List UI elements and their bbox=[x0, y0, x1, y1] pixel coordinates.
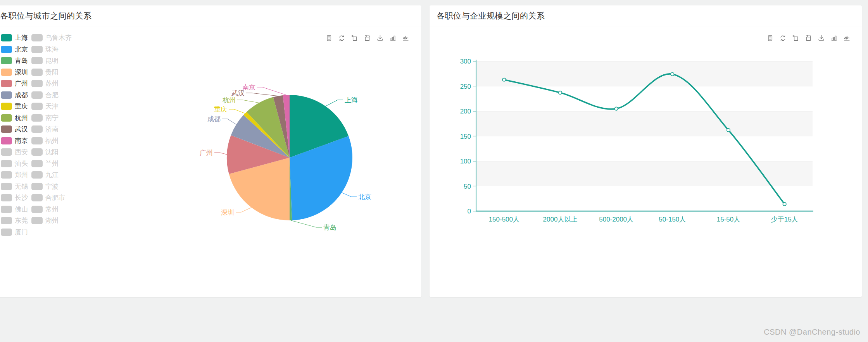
y-axis-label: 200 bbox=[460, 108, 471, 115]
data-point-4[interactable] bbox=[727, 129, 730, 132]
split-band bbox=[476, 111, 813, 136]
data-point-5[interactable] bbox=[783, 203, 786, 206]
pie-label-深圳: 深圳 bbox=[221, 209, 234, 216]
line-chart: 050100150200250300150-500人2000人以上500-200… bbox=[430, 5, 862, 297]
pie-label-南京: 南京 bbox=[242, 84, 255, 91]
y-axis-label: 50 bbox=[464, 183, 471, 190]
pie-label-line bbox=[257, 87, 286, 95]
line-chart-panel: 各职位与企业规模之间的关系 050100150200250300150-500人… bbox=[430, 5, 862, 297]
y-axis-label: 150 bbox=[460, 133, 471, 140]
y-axis-label: 100 bbox=[460, 158, 471, 165]
pie-label-上海: 上海 bbox=[345, 96, 358, 104]
pie-label-line bbox=[246, 93, 278, 96]
data-point-1[interactable] bbox=[559, 91, 562, 94]
x-axis-label-4: 15-50人 bbox=[717, 216, 740, 223]
x-axis-label-1: 2000人以上 bbox=[543, 216, 578, 223]
pie-chart: 上海北京青岛深圳广州成都重庆杭州武汉南京 bbox=[0, 5, 421, 297]
data-point-2[interactable] bbox=[614, 107, 618, 110]
y-axis-label: 250 bbox=[460, 83, 471, 90]
data-point-3[interactable] bbox=[671, 72, 674, 76]
pie-label-杭州: 杭州 bbox=[223, 96, 236, 104]
pie-label-line bbox=[237, 100, 259, 103]
pie-label-青岛: 青岛 bbox=[323, 224, 337, 231]
pie-label-line bbox=[214, 153, 227, 155]
pie-label-line bbox=[229, 109, 245, 113]
pie-label-重庆: 重庆 bbox=[214, 106, 227, 113]
pie-label-line bbox=[342, 192, 357, 197]
pie-chart-panel: 各职位与城市之间的关系 上海乌鲁木齐北京珠海青岛昆明深圳贵阳广州苏州成都合肥重庆… bbox=[0, 5, 421, 297]
split-band bbox=[476, 61, 813, 86]
pie-label-line bbox=[222, 119, 236, 125]
watermark: CSDN @DanCheng-studio bbox=[764, 328, 860, 337]
y-axis-label: 0 bbox=[468, 208, 471, 215]
pie-label-line bbox=[326, 100, 343, 106]
pie-label-line bbox=[236, 208, 252, 212]
pie-label-成都: 成都 bbox=[207, 115, 221, 123]
pie-label-广州: 广州 bbox=[200, 149, 213, 156]
data-point-0[interactable] bbox=[502, 78, 506, 81]
pie-label-北京: 北京 bbox=[358, 193, 371, 201]
x-axis-label-2: 500-2000人 bbox=[599, 216, 633, 223]
pie-label-line bbox=[291, 220, 322, 227]
y-axis-label: 300 bbox=[460, 58, 471, 65]
x-axis-label-5: 少于15人 bbox=[771, 216, 798, 223]
x-axis-label-3: 50-150人 bbox=[659, 216, 686, 223]
x-axis-label-0: 150-500人 bbox=[489, 216, 519, 223]
